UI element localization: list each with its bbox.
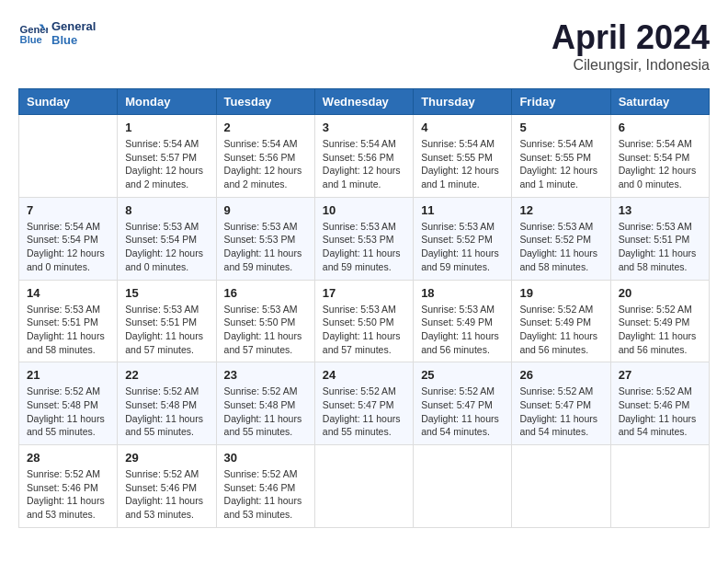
day-number: 19 [519,286,602,300]
day-number: 21 [27,368,109,382]
day-info: Sunrise: 5:52 AM Sunset: 5:47 PM Dayligh… [519,385,602,439]
day-info: Sunrise: 5:52 AM Sunset: 5:46 PM Dayligh… [619,385,701,439]
day-header-thursday: Thursday [414,89,512,115]
day-info: Sunrise: 5:54 AM Sunset: 5:54 PM Dayligh… [619,137,701,191]
day-info: Sunrise: 5:52 AM Sunset: 5:46 PM Dayligh… [224,467,307,522]
day-info: Sunrise: 5:54 AM Sunset: 5:56 PM Dayligh… [224,137,307,191]
calendar-cell: 23Sunrise: 5:52 AM Sunset: 5:48 PM Dayli… [216,362,314,445]
day-number: 25 [421,368,504,382]
day-header-saturday: Saturday [610,89,709,115]
calendar-cell [414,445,512,528]
calendar-cell: 2Sunrise: 5:54 AM Sunset: 5:56 PM Daylig… [216,115,314,198]
calendar-cell: 14Sunrise: 5:53 AM Sunset: 5:51 PM Dayli… [19,280,118,362]
day-number: 13 [619,203,701,217]
day-header-monday: Monday [118,89,216,115]
day-header-wednesday: Wednesday [314,89,413,115]
calendar-cell: 25Sunrise: 5:52 AM Sunset: 5:47 PM Dayli… [414,362,512,445]
day-info: Sunrise: 5:52 AM Sunset: 5:48 PM Dayligh… [125,385,208,439]
calendar-cell: 9Sunrise: 5:53 AM Sunset: 5:53 PM Daylig… [216,197,314,280]
day-number: 27 [619,368,701,382]
day-info: Sunrise: 5:52 AM Sunset: 5:48 PM Dayligh… [27,385,109,439]
day-info: Sunrise: 5:53 AM Sunset: 5:50 PM Dayligh… [323,303,405,357]
calendar-cell: 8Sunrise: 5:53 AM Sunset: 5:54 PM Daylig… [118,197,216,280]
calendar-cell: 22Sunrise: 5:52 AM Sunset: 5:48 PM Dayli… [118,362,216,445]
calendar-cell: 21Sunrise: 5:52 AM Sunset: 5:48 PM Dayli… [19,362,118,445]
day-number: 4 [421,121,504,134]
day-number: 11 [421,203,504,217]
calendar-table: SundayMondayTuesdayWednesdayThursdayFrid… [18,88,710,528]
calendar-cell: 1Sunrise: 5:54 AM Sunset: 5:57 PM Daylig… [118,115,216,198]
calendar-cell: 16Sunrise: 5:53 AM Sunset: 5:50 PM Dayli… [216,280,314,362]
calendar-cell: 11Sunrise: 5:53 AM Sunset: 5:52 PM Dayli… [414,197,512,280]
title-block: April 2024 Cileungsir, Indonesia [552,18,710,74]
calendar-cell [19,115,118,198]
calendar-cell: 5Sunrise: 5:54 AM Sunset: 5:55 PM Daylig… [512,115,610,198]
day-number: 28 [27,451,109,465]
day-number: 30 [224,451,307,465]
day-header-sunday: Sunday [19,89,118,115]
day-info: Sunrise: 5:52 AM Sunset: 5:47 PM Dayligh… [421,385,504,439]
day-number: 24 [323,368,405,382]
calendar-cell: 29Sunrise: 5:52 AM Sunset: 5:46 PM Dayli… [118,445,216,528]
calendar-cell: 30Sunrise: 5:52 AM Sunset: 5:46 PM Dayli… [216,445,314,528]
day-info: Sunrise: 5:52 AM Sunset: 5:47 PM Dayligh… [323,385,405,439]
day-number: 9 [224,203,307,217]
day-number: 6 [619,121,701,134]
page-header: General Blue General Blue April 2024 Cil… [18,18,710,74]
day-number: 3 [323,121,405,134]
calendar-cell: 19Sunrise: 5:52 AM Sunset: 5:49 PM Dayli… [512,280,610,362]
location-subtitle: Cileungsir, Indonesia [552,57,710,74]
day-number: 16 [224,286,307,300]
day-info: Sunrise: 5:52 AM Sunset: 5:49 PM Dayligh… [619,303,701,357]
day-number: 15 [125,286,208,300]
day-info: Sunrise: 5:53 AM Sunset: 5:54 PM Dayligh… [125,220,208,274]
calendar-cell: 13Sunrise: 5:53 AM Sunset: 5:51 PM Dayli… [610,197,709,280]
day-info: Sunrise: 5:53 AM Sunset: 5:52 PM Dayligh… [421,220,504,274]
logo-line2: Blue [51,33,96,47]
day-info: Sunrise: 5:54 AM Sunset: 5:56 PM Dayligh… [323,137,405,191]
calendar-header-row: SundayMondayTuesdayWednesdayThursdayFrid… [19,89,710,115]
day-number: 10 [323,203,405,217]
day-header-tuesday: Tuesday [216,89,314,115]
calendar-cell: 27Sunrise: 5:52 AM Sunset: 5:46 PM Dayli… [610,362,709,445]
logo-line1: General [51,19,96,33]
day-info: Sunrise: 5:53 AM Sunset: 5:50 PM Dayligh… [224,303,307,357]
calendar-cell [610,445,709,528]
calendar-cell: 10Sunrise: 5:53 AM Sunset: 5:53 PM Dayli… [314,197,413,280]
calendar-cell: 15Sunrise: 5:53 AM Sunset: 5:51 PM Dayli… [118,280,216,362]
day-info: Sunrise: 5:52 AM Sunset: 5:46 PM Dayligh… [125,467,208,522]
logo-icon: General Blue [18,18,48,48]
day-info: Sunrise: 5:53 AM Sunset: 5:49 PM Dayligh… [421,303,504,357]
day-number: 18 [421,286,504,300]
day-info: Sunrise: 5:53 AM Sunset: 5:53 PM Dayligh… [224,220,307,274]
logo: General Blue General Blue [18,18,96,48]
calendar-cell: 3Sunrise: 5:54 AM Sunset: 5:56 PM Daylig… [314,115,413,198]
calendar-cell: 12Sunrise: 5:53 AM Sunset: 5:52 PM Dayli… [512,197,610,280]
day-number: 17 [323,286,405,300]
day-number: 2 [224,121,307,134]
day-number: 20 [619,286,701,300]
day-number: 29 [125,451,208,465]
calendar-cell: 26Sunrise: 5:52 AM Sunset: 5:47 PM Dayli… [512,362,610,445]
svg-text:General: General [20,24,48,35]
svg-text:Blue: Blue [20,34,42,45]
calendar-cell: 28Sunrise: 5:52 AM Sunset: 5:46 PM Dayli… [19,445,118,528]
calendar-cell: 6Sunrise: 5:54 AM Sunset: 5:54 PM Daylig… [610,115,709,198]
calendar-week-row: 7Sunrise: 5:54 AM Sunset: 5:54 PM Daylig… [19,197,710,280]
day-header-friday: Friday [512,89,610,115]
day-info: Sunrise: 5:52 AM Sunset: 5:46 PM Dayligh… [27,467,109,522]
day-number: 8 [125,203,208,217]
calendar-week-row: 21Sunrise: 5:52 AM Sunset: 5:48 PM Dayli… [19,362,710,445]
day-info: Sunrise: 5:53 AM Sunset: 5:53 PM Dayligh… [323,220,405,274]
calendar-cell [314,445,413,528]
month-title: April 2024 [552,18,710,57]
calendar-cell: 18Sunrise: 5:53 AM Sunset: 5:49 PM Dayli… [414,280,512,362]
day-info: Sunrise: 5:54 AM Sunset: 5:57 PM Dayligh… [125,137,208,191]
day-number: 1 [125,121,208,134]
day-number: 12 [519,203,602,217]
day-info: Sunrise: 5:54 AM Sunset: 5:55 PM Dayligh… [519,137,602,191]
day-info: Sunrise: 5:52 AM Sunset: 5:49 PM Dayligh… [519,303,602,357]
day-number: 14 [27,286,109,300]
calendar-cell: 7Sunrise: 5:54 AM Sunset: 5:54 PM Daylig… [19,197,118,280]
day-info: Sunrise: 5:53 AM Sunset: 5:51 PM Dayligh… [125,303,208,357]
